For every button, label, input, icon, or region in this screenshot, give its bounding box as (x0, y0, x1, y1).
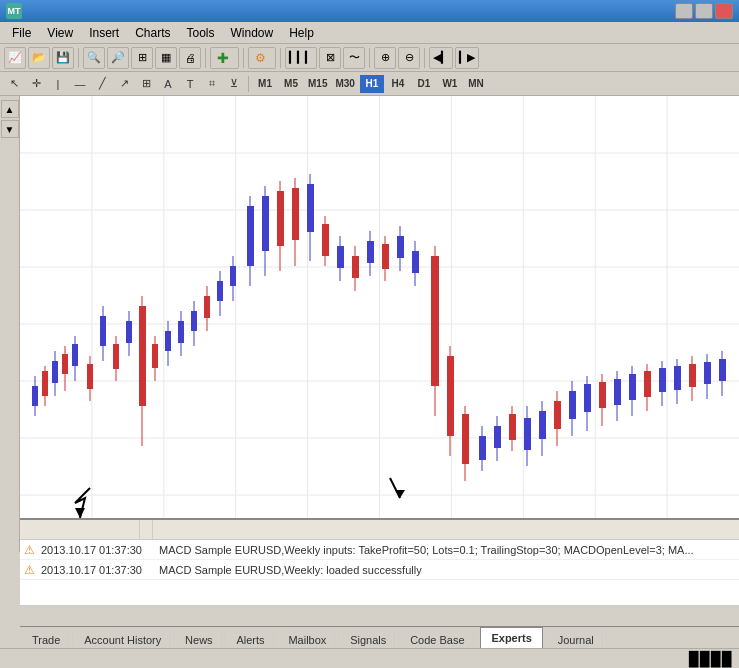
fibonacci-button[interactable]: ⊻ (224, 74, 244, 94)
menu-help[interactable]: Help (281, 24, 322, 42)
scroll-left-button[interactable]: ◀▎ (429, 47, 453, 69)
separator-5 (369, 48, 370, 68)
ea-icon: ⚙ (255, 51, 266, 65)
left-sidebar: ▲ ▼ (0, 96, 20, 552)
svg-rect-104 (644, 371, 651, 397)
tf-mn[interactable]: MN (464, 75, 488, 93)
tf-m1[interactable]: M1 (253, 75, 277, 93)
chart-svg (20, 96, 739, 552)
tf-w1[interactable]: W1 (438, 75, 462, 93)
svg-rect-86 (509, 414, 516, 440)
menu-bar: File View Insert Charts Tools Window Hel… (0, 22, 739, 44)
svg-rect-68 (367, 241, 374, 263)
sidebar-arrow-up[interactable]: ▲ (1, 100, 19, 118)
label-button[interactable]: T (180, 74, 200, 94)
save-button[interactable]: 💾 (52, 47, 74, 69)
chart-type-2[interactable]: ⊠ (319, 47, 341, 69)
arrow-button[interactable]: ↗ (114, 74, 134, 94)
svg-rect-50 (230, 266, 236, 286)
vertical-line-button[interactable]: | (48, 74, 68, 94)
tf-m15[interactable]: M15 (305, 75, 330, 93)
window-controls[interactable] (675, 3, 733, 19)
trendline-button[interactable]: ╱ (92, 74, 112, 94)
svg-rect-28 (87, 364, 93, 389)
new-order-button[interactable]: ✚ (210, 47, 239, 69)
tab-experts[interactable]: Experts (480, 627, 542, 648)
menu-insert[interactable]: Insert (81, 24, 127, 42)
row2-time: 2013.10.17 01:37:30 (39, 564, 159, 576)
zoom-in-icon: 🔍 (87, 51, 101, 64)
table-row[interactable]: ⚠ 2013.10.17 01:37:30 MACD Sample EURUSD… (20, 540, 739, 560)
open-button[interactable]: 📂 (28, 47, 50, 69)
tab-codebase[interactable]: Code Base (402, 632, 473, 648)
cursor-button[interactable]: ↖ (4, 74, 24, 94)
tf-h4[interactable]: H4 (386, 75, 410, 93)
save-icon: 💾 (56, 51, 70, 64)
tab-news[interactable]: News (177, 632, 222, 648)
svg-rect-108 (674, 366, 681, 390)
plus-icon: ✚ (217, 50, 229, 66)
scroll-right-button[interactable]: ▎▶ (455, 47, 479, 69)
tab-journal[interactable]: Journal (550, 632, 603, 648)
close-button[interactable] (715, 3, 733, 19)
svg-rect-66 (352, 256, 359, 278)
table-row[interactable]: ⚠ 2013.10.17 01:37:30 MACD Sample EURUSD… (20, 560, 739, 580)
separator-2 (205, 48, 206, 68)
svg-rect-38 (152, 344, 158, 368)
maximize-button[interactable] (695, 3, 713, 19)
sidebar-arrow-down[interactable]: ▼ (1, 120, 19, 138)
tab-account-history[interactable]: Account History (76, 632, 170, 648)
tab-trade[interactable]: Trade (24, 632, 69, 648)
chart-type-3[interactable]: 〜 (343, 47, 365, 69)
separator-3 (243, 48, 244, 68)
period-sep-button[interactable]: ⌗ (202, 74, 222, 94)
chart-area[interactable] (20, 96, 739, 552)
svg-rect-24 (62, 354, 68, 374)
svg-rect-18 (32, 386, 38, 406)
tab-alerts[interactable]: Alerts (228, 632, 273, 648)
tab-signals[interactable]: Signals (342, 632, 395, 648)
new-chart-button[interactable]: 📈 (4, 47, 26, 69)
menu-charts[interactable]: Charts (127, 24, 178, 42)
text-button[interactable]: A (158, 74, 178, 94)
tf-m30[interactable]: M30 (332, 75, 357, 93)
svg-rect-58 (292, 188, 299, 240)
menu-tools[interactable]: Tools (179, 24, 223, 42)
row1-message: MACD Sample EURUSD,Weekly inputs: TakePr… (159, 544, 694, 556)
zoom-out2-button[interactable]: ⊖ (398, 47, 420, 69)
svg-rect-36 (139, 306, 146, 406)
dt-sep-1 (248, 76, 249, 92)
terminal-rows: ⚠ 2013.10.17 01:37:30 MACD Sample EURUSD… (20, 540, 739, 580)
zoom-fit-icon: ⊕ (381, 51, 390, 64)
tf-h1[interactable]: H1 (360, 75, 384, 93)
tf-d1[interactable]: D1 (412, 75, 436, 93)
tf-m5[interactable]: M5 (279, 75, 303, 93)
menu-view[interactable]: View (39, 24, 81, 42)
col-time (20, 520, 140, 539)
svg-rect-62 (322, 224, 329, 256)
svg-rect-26 (72, 344, 78, 366)
svg-rect-64 (337, 246, 344, 268)
minimize-button[interactable] (675, 3, 693, 19)
horizontal-line-button[interactable]: — (70, 74, 90, 94)
scroll-left-icon: ◀▎ (433, 51, 449, 64)
navigator-button[interactable]: ⊞ (131, 47, 153, 69)
menu-file[interactable]: File (4, 24, 39, 42)
crosshair-button[interactable]: ✛ (26, 74, 46, 94)
zoom-out-button[interactable]: 🔎 (107, 47, 129, 69)
expert-advisors-button[interactable]: ⚙ (248, 47, 276, 69)
print-button[interactable]: 🖨 (179, 47, 201, 69)
col-message (140, 520, 153, 539)
grid-button[interactable]: ⊞ (136, 74, 156, 94)
terminal-button[interactable]: ▦ (155, 47, 177, 69)
tab-mailbox[interactable]: Mailbox (280, 632, 335, 648)
zoom-fit-button[interactable]: ⊕ (374, 47, 396, 69)
zoom-in-button[interactable]: 🔍 (83, 47, 105, 69)
svg-rect-84 (494, 426, 501, 448)
svg-rect-30 (100, 316, 106, 346)
status-bar: ▉▉▉▉ (0, 648, 739, 668)
chart-type-1[interactable]: ▎▎▎ (285, 47, 317, 69)
svg-rect-44 (191, 311, 197, 331)
menu-window[interactable]: Window (223, 24, 282, 42)
svg-rect-42 (178, 321, 184, 343)
